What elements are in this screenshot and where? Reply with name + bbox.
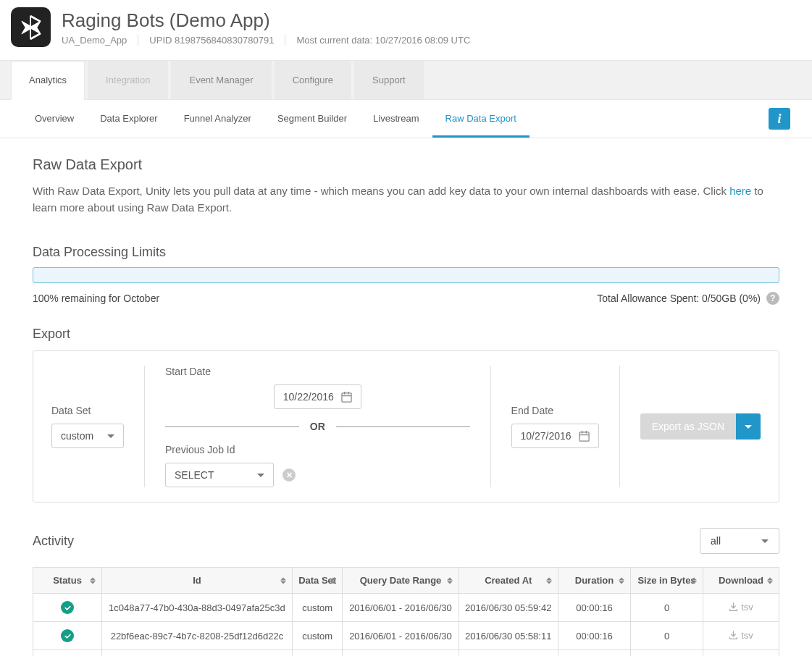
tab-integration[interactable]: Integration: [88, 61, 168, 99]
export-panel: Data Set custom Start Date 10/22/2016: [33, 350, 779, 502]
subtab-overview[interactable]: Overview: [22, 100, 87, 138]
app-name: UA_Demo_App: [62, 35, 138, 46]
cell-id: 22bf6eac-89c7-4b7c-8208-25df12d6d22c: [102, 622, 293, 650]
limits-allowance: Total Allowance Spent: 0/50GB (0%): [597, 293, 761, 304]
col-duration[interactable]: Duration: [558, 568, 631, 594]
activity-table: Status Id Data Set Query Date Range Crea…: [33, 567, 779, 656]
cell-id: ba971726-5b22-4f64-bf20-82dc3f355adf: [102, 650, 293, 657]
rde-description: With Raw Data Export, Unity lets you pul…: [33, 183, 779, 216]
page-header: Raging Bots (Demo App) UA_Demo_App UPID …: [0, 0, 812, 54]
download-icon: [729, 631, 738, 640]
header-meta: UA_Demo_App UPID 8198756840830780791 Mos…: [62, 35, 481, 46]
table-row: 1c048a77-47b0-430a-88d3-0497afa25c3d cus…: [33, 594, 779, 622]
caret-down-icon: [761, 539, 769, 543]
cell-data-set: custom: [292, 594, 343, 622]
help-icon[interactable]: ?: [766, 292, 779, 305]
export-json-button[interactable]: Export as JSON: [640, 413, 736, 440]
subtab-funnel-analyzer[interactable]: Funnel Analyzer: [171, 100, 264, 138]
cell-created: 2016/06/30 05:57:47: [459, 650, 558, 657]
subtab-data-explorer[interactable]: Data Explorer: [87, 100, 170, 138]
rde-title: Raw Data Export: [33, 156, 779, 173]
download-tsv-link[interactable]: tsv: [729, 602, 753, 613]
table-row: 22bf6eac-89c7-4b7c-8208-25df12d6d22c cus…: [33, 622, 779, 650]
data-set-label: Data Set: [51, 405, 124, 416]
limits-remaining: 100% remaining for October: [33, 293, 159, 304]
col-created-at[interactable]: Created At: [459, 568, 558, 594]
subtab-raw-data-export[interactable]: Raw Data Export: [432, 100, 530, 138]
app-title: Raging Bots (Demo App): [62, 9, 481, 32]
col-status[interactable]: Status: [33, 568, 102, 594]
download-tsv-link[interactable]: tsv: [729, 630, 753, 641]
calendar-icon: [341, 392, 352, 403]
tab-support[interactable]: Support: [354, 61, 424, 99]
svg-rect-4: [579, 432, 589, 440]
col-query-range[interactable]: Query Date Range: [343, 568, 459, 594]
cell-duration: 00:00:16: [558, 650, 631, 657]
table-row: ba971726-5b22-4f64-bf20-82dc3f355adf cus…: [33, 650, 779, 657]
activity-title: Activity: [33, 534, 74, 549]
learn-more-link[interactable]: here: [729, 185, 751, 197]
data-set-select[interactable]: custom: [51, 424, 124, 448]
end-date-label: End Date: [511, 405, 599, 416]
download-icon: [729, 602, 738, 612]
cell-size: 0: [631, 622, 703, 650]
activity-filter-select[interactable]: all: [700, 528, 779, 554]
tab-event-manager[interactable]: Event Manager: [171, 61, 271, 99]
col-download[interactable]: Download: [703, 568, 779, 594]
info-icon[interactable]: i: [769, 108, 790, 130]
calendar-icon: [579, 431, 590, 442]
clear-prev-job-icon[interactable]: ✕: [282, 468, 296, 482]
cell-size: 0: [631, 650, 703, 657]
cell-size: 0: [631, 594, 703, 622]
cell-range: 2016/06/01 - 2016/06/30: [343, 594, 459, 622]
app-icon: [11, 7, 51, 47]
cell-created: 2016/06/30 05:58:11: [459, 622, 558, 650]
export-title: Export: [33, 327, 779, 342]
col-id[interactable]: Id: [102, 568, 293, 594]
cell-created: 2016/06/30 05:59:42: [459, 594, 558, 622]
cell-duration: 00:00:16: [558, 622, 631, 650]
limits-progress-bar: [33, 267, 779, 283]
cell-id: 1c048a77-47b0-430a-88d3-0497afa25c3d: [102, 594, 293, 622]
svg-rect-0: [342, 392, 351, 401]
caret-down-icon: [745, 425, 752, 429]
prev-job-select[interactable]: SELECT: [165, 463, 274, 487]
export-format-dropdown[interactable]: [736, 413, 761, 440]
status-success-icon: [61, 601, 74, 614]
cell-data-set: custom: [292, 622, 343, 650]
current-data: Most current data: 10/27/2016 08:09 UTC: [296, 35, 481, 46]
or-divider: OR: [310, 421, 325, 432]
start-date-input[interactable]: 10/22/2016: [274, 384, 361, 409]
sub-tabs: Overview Data Explorer Funnel Analyzer S…: [0, 100, 812, 138]
subtab-segment-builder[interactable]: Segment Builder: [264, 100, 360, 138]
start-date-label: Start Date: [165, 366, 470, 377]
limits-title: Data Processing Limits: [33, 245, 779, 260]
caret-down-icon: [107, 434, 114, 438]
tab-configure[interactable]: Configure: [275, 61, 351, 99]
cell-data-set: custom: [292, 650, 343, 657]
cell-range: 2016/06/01 - 2016/06/30: [343, 622, 459, 650]
col-size[interactable]: Size in Bytes: [631, 568, 703, 594]
prev-job-label: Previous Job Id: [165, 444, 470, 455]
col-data-set[interactable]: Data Set: [292, 568, 343, 594]
main-tabs: Analytics Integration Event Manager Conf…: [0, 60, 812, 100]
tab-analytics[interactable]: Analytics: [11, 61, 85, 100]
status-success-icon: [61, 629, 74, 642]
caret-down-icon: [257, 474, 264, 477]
cell-range: 2016/06/01 - 2016/06/30: [343, 650, 459, 657]
cell-duration: 00:00:16: [558, 594, 631, 622]
subtab-livestream[interactable]: Livestream: [360, 100, 432, 138]
upid: UPID 8198756840830780791: [149, 35, 285, 46]
end-date-input[interactable]: 10/27/2016: [511, 424, 599, 448]
